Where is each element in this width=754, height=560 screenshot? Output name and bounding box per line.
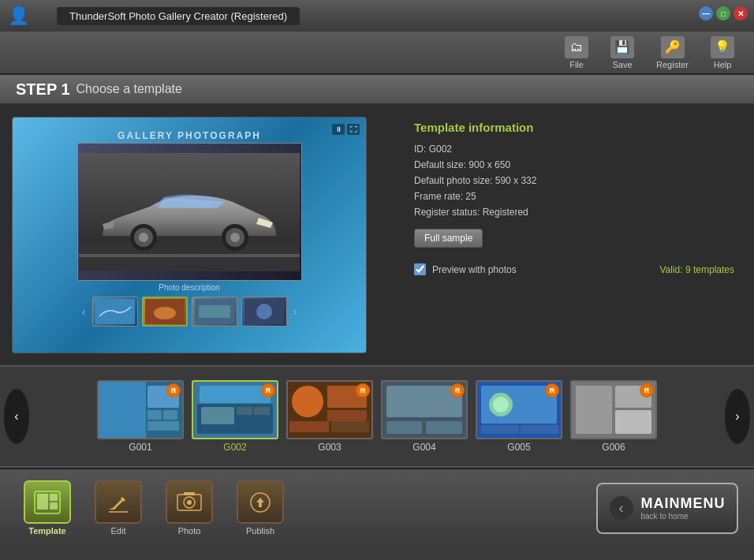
thumb-2[interactable] xyxy=(142,297,188,327)
template-label-g001: G001 xyxy=(129,442,151,453)
pause-button[interactable]: ⏸ xyxy=(332,124,345,135)
preview-area: GALLERY PHOTOGRAPH ⏸ ⛶ xyxy=(12,117,390,353)
edit-nav-icon-box xyxy=(95,480,142,524)
svg-rect-20 xyxy=(147,410,162,420)
template-nav-icon-box xyxy=(24,480,71,524)
svg-point-16 xyxy=(256,304,272,319)
preview-with-photos-label: Preview with photos xyxy=(432,264,517,275)
main-menu-button[interactable]: ‹ MAINMENU back to home xyxy=(596,483,738,534)
template-label-g006: G006 xyxy=(602,442,625,453)
register-label: Register xyxy=(656,60,689,69)
svg-rect-21 xyxy=(163,410,177,420)
svg-rect-44 xyxy=(481,425,519,434)
template-thumb-g005: R xyxy=(476,380,562,439)
register-icon: 🔑 xyxy=(661,36,685,58)
template-item-g001[interactable]: R G001 xyxy=(97,380,184,453)
preview-controls-bar: ⏸ ⛶ xyxy=(332,124,360,135)
template-item-g006[interactable]: R G006 xyxy=(570,380,657,453)
full-sample-button[interactable]: Full sample xyxy=(414,229,483,248)
preview-main-image xyxy=(77,143,302,281)
photo-nav-icon-box xyxy=(166,480,213,524)
main-menu-text: MAINMENU back to home xyxy=(641,495,726,521)
minimize-button[interactable]: — xyxy=(699,6,713,21)
publish-nav-label: Publish xyxy=(246,526,274,536)
svg-point-6 xyxy=(139,233,148,242)
svg-rect-14 xyxy=(199,305,230,318)
template-item-g002[interactable]: R G002 xyxy=(192,380,278,453)
next-thumb-nav[interactable]: › xyxy=(291,305,300,318)
template-thumb-g001: R xyxy=(97,380,184,439)
preview-box: GALLERY PHOTOGRAPH ⏸ ⛶ xyxy=(12,117,367,353)
svg-rect-22 xyxy=(147,421,179,431)
thumb-1[interactable] xyxy=(92,297,138,327)
save-label: Save xyxy=(612,60,632,69)
prev-template-nav[interactable]: ‹ xyxy=(4,389,29,444)
svg-rect-25 xyxy=(200,386,271,403)
template-info-title: Template information xyxy=(414,121,734,134)
register-button[interactable]: 🔑 Register xyxy=(648,33,696,73)
close-button[interactable]: ✕ xyxy=(733,6,748,21)
nav-publish[interactable]: Publish xyxy=(229,480,292,536)
save-button[interactable]: 💾 Save xyxy=(603,33,642,73)
svg-rect-32 xyxy=(327,410,367,421)
main-menu-top-label: MAINMENU xyxy=(641,495,726,512)
svg-rect-37 xyxy=(386,421,422,434)
template-item-g005[interactable]: R G005 xyxy=(476,380,562,453)
g002-badge: R xyxy=(261,383,275,398)
avatar-icon: 👤 xyxy=(8,6,29,26)
svg-rect-43 xyxy=(521,425,558,434)
svg-rect-26 xyxy=(201,407,234,424)
template-strip: ‹ R G001 R G002 R G003 xyxy=(0,365,754,468)
info-register-status: Register status: Registered xyxy=(414,207,734,218)
template-icon xyxy=(34,491,61,514)
svg-rect-27 xyxy=(237,407,252,415)
expand-button[interactable]: ⛶ xyxy=(347,124,360,135)
file-icon: 🗂 xyxy=(565,36,588,58)
title-bar: 👤 ThunderSoft Photo Gallery Creator (Reg… xyxy=(0,0,754,32)
svg-rect-38 xyxy=(426,421,462,434)
toolbar: 🗂 File 💾 Save 🔑 Register 💡 Help xyxy=(0,32,754,75)
svg-rect-28 xyxy=(254,407,270,415)
svg-rect-2 xyxy=(79,254,300,257)
file-button[interactable]: 🗂 File xyxy=(557,33,596,73)
preview-checkbox[interactable] xyxy=(414,263,426,275)
nav-template[interactable]: Template xyxy=(16,480,79,536)
nav-edit[interactable]: Edit xyxy=(87,480,150,536)
g001-badge: R xyxy=(166,383,181,398)
svg-rect-52 xyxy=(50,502,58,510)
svg-point-12 xyxy=(154,307,176,319)
publish-nav-icon-box xyxy=(237,480,284,524)
next-template-nav[interactable]: › xyxy=(725,389,750,444)
svg-point-9 xyxy=(230,233,240,242)
template-item-g003[interactable]: R G003 xyxy=(286,380,373,453)
save-icon: 💾 xyxy=(610,36,634,58)
photo-icon xyxy=(176,491,203,514)
nav-photo[interactable]: Photo xyxy=(158,480,221,536)
info-frame-rate: Frame rate: 25 xyxy=(414,191,734,202)
template-item-g004[interactable]: R G004 xyxy=(381,380,468,453)
template-label-g004: G004 xyxy=(412,442,435,453)
thumb-4[interactable] xyxy=(241,297,287,327)
maximize-button[interactable]: □ xyxy=(716,6,730,21)
publish-icon xyxy=(247,491,274,514)
bottom-nav: Template Edit Photo xyxy=(0,468,754,547)
step-number: STEP 1 xyxy=(16,80,70,99)
template-thumb-g004: R xyxy=(381,380,468,439)
g006-badge: R xyxy=(640,383,654,398)
app-title: ThunderSoft Photo Gallery Creator (Regis… xyxy=(57,7,300,25)
svg-rect-18 xyxy=(99,382,146,438)
step-title: Choose a template xyxy=(77,82,182,96)
step-header: STEP 1 Choose a template xyxy=(0,75,754,105)
main-content: GALLERY PHOTOGRAPH ⏸ ⛶ xyxy=(0,105,754,365)
prev-thumb-nav[interactable]: ‹ xyxy=(80,305,88,318)
preview-photos-row: Preview with photos Valid: 9 templates xyxy=(414,263,734,275)
valid-templates-count: Valid: 9 templates xyxy=(660,264,735,275)
info-panel: Template information ID: G002 Default si… xyxy=(406,117,742,353)
thumb-3[interactable] xyxy=(192,297,237,327)
template-thumb-g002: R xyxy=(192,380,278,439)
preview-thumbs: ‹ › xyxy=(13,297,366,327)
help-label: Help xyxy=(714,60,732,69)
edit-icon xyxy=(105,491,132,514)
help-button[interactable]: 💡 Help xyxy=(703,33,742,73)
template-label-g005: G005 xyxy=(507,442,530,453)
